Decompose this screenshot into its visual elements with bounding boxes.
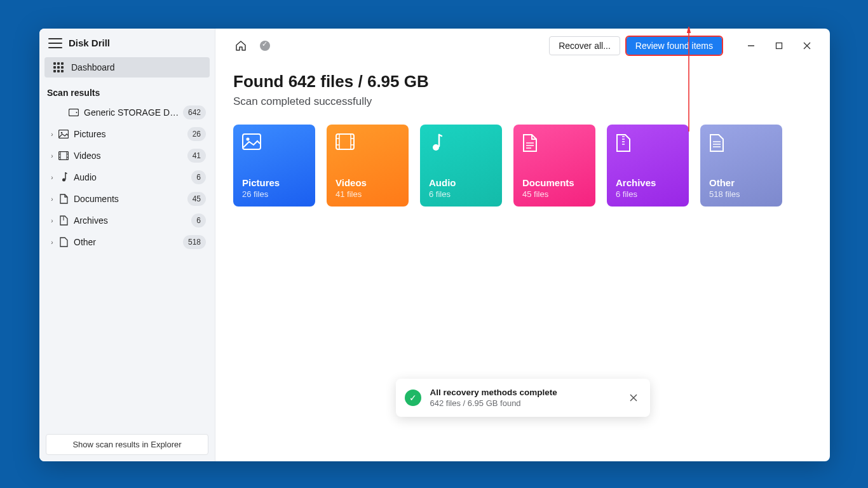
sidebar-item-device[interactable]: › Generic STORAGE DEVIC... 642: [44, 102, 210, 123]
card-other[interactable]: Other518 files: [700, 125, 782, 207]
minimize-button[interactable]: [737, 37, 765, 55]
audio-icon: [57, 172, 70, 182]
app-window: Disk Drill Dashboard Scan results › Gene…: [39, 29, 830, 461]
check-circle-icon: ✓: [405, 390, 421, 406]
count-badge: 518: [183, 235, 206, 249]
sidebar-item-videos[interactable]: › Videos 41: [44, 145, 210, 166]
count-badge: 6: [191, 170, 206, 184]
card-sub: 518 files: [709, 189, 773, 199]
nav-block: Dashboard: [39, 55, 215, 80]
sidebar-item-label: Audio: [70, 172, 191, 182]
card-sub: 41 files: [336, 189, 400, 199]
svg-point-3: [61, 132, 63, 134]
count-badge: 26: [187, 127, 206, 141]
maximize-button[interactable]: [765, 37, 793, 55]
device-count-badge: 642: [183, 105, 206, 119]
chevron-right-icon: ›: [47, 152, 57, 159]
subline: Scan completed successfully: [233, 95, 812, 108]
card-title: Other: [709, 177, 773, 188]
home-icon[interactable]: [232, 37, 250, 55]
chevron-right-icon: ›: [47, 239, 57, 246]
sidebar-item-other[interactable]: › Other 518: [44, 231, 210, 253]
card-title: Documents: [522, 177, 587, 188]
review-found-items-button[interactable]: Review found items: [627, 37, 722, 55]
picture-icon: [57, 130, 70, 139]
close-button[interactable]: [793, 37, 821, 55]
archive-icon: [57, 215, 70, 226]
file-icon: [57, 237, 70, 247]
chevron-right-icon: ›: [47, 217, 57, 224]
shield-check-icon[interactable]: [256, 37, 274, 55]
app-title: Disk Drill: [69, 37, 110, 48]
toast-sub: 642 files / 6.95 GB found: [430, 398, 617, 408]
close-icon[interactable]: [626, 390, 641, 405]
svg-point-1: [76, 112, 78, 113]
count-badge: 45: [187, 192, 206, 206]
card-title: Pictures: [242, 177, 306, 188]
content: Found 642 files / 6.95 GB Scan completed…: [215, 60, 830, 207]
sidebar-item-dashboard[interactable]: Dashboard: [44, 57, 210, 78]
archive-icon: [616, 133, 680, 154]
completion-toast: ✓ All recovery methods complete 642 file…: [396, 379, 650, 417]
drive-icon: [67, 109, 80, 116]
card-videos[interactable]: Videos41 files: [327, 125, 409, 207]
result-cards: Pictures26 files Videos41 files Audio6 f…: [233, 125, 812, 207]
card-sub: 6 files: [616, 189, 680, 199]
sidebar-footer: Show scan results in Explorer: [39, 428, 215, 461]
chevron-right-icon: ›: [47, 131, 57, 138]
chevron-right-icon: ›: [47, 174, 57, 181]
card-sub: 6 files: [429, 189, 493, 199]
video-icon: [336, 133, 400, 154]
sidebar-item-label: Documents: [70, 194, 187, 204]
audio-icon: [429, 133, 493, 154]
sidebar-item-label: Videos: [70, 151, 187, 161]
card-title: Audio: [429, 177, 493, 188]
toast-title: All recovery methods complete: [430, 388, 617, 397]
sidebar-tree: › Generic STORAGE DEVIC... 642 › Picture…: [39, 102, 215, 253]
video-icon: [57, 151, 70, 160]
sidebar-item-label: Pictures: [70, 129, 187, 139]
sidebar-header: Disk Drill: [39, 29, 215, 55]
device-label: Generic STORAGE DEVIC...: [80, 107, 183, 118]
card-sub: 45 files: [522, 189, 587, 199]
svg-point-11: [433, 144, 439, 151]
card-title: Videos: [336, 177, 400, 188]
dashboard-label: Dashboard: [71, 62, 115, 72]
sidebar-section-scan-results: Scan results: [39, 80, 215, 102]
sidebar: Disk Drill Dashboard Scan results › Gene…: [39, 29, 215, 461]
svg-point-5: [62, 179, 65, 182]
svg-rect-10: [336, 134, 354, 149]
sidebar-item-pictures[interactable]: › Pictures 26: [44, 123, 210, 145]
card-documents[interactable]: Documents45 files: [513, 125, 595, 207]
toast-text: All recovery methods complete 642 files …: [430, 388, 617, 408]
count-badge: 6: [191, 214, 206, 227]
main-area: Recover all... Review found items Found …: [215, 29, 830, 461]
dashboard-icon: [53, 62, 64, 72]
sidebar-item-label: Archives: [70, 215, 191, 226]
sidebar-item-audio[interactable]: › Audio 6: [44, 166, 210, 188]
svg-point-9: [247, 138, 250, 141]
sidebar-item-documents[interactable]: › Documents 45: [44, 188, 210, 210]
count-badge: 41: [187, 149, 206, 163]
picture-icon: [242, 133, 306, 154]
card-archives[interactable]: Archives6 files: [607, 125, 689, 207]
headline: Found 642 files / 6.95 GB: [233, 72, 812, 92]
recover-all-button[interactable]: Recover all...: [549, 36, 620, 55]
file-icon: [709, 133, 773, 154]
window-controls: [737, 37, 821, 55]
card-sub: 26 files: [242, 189, 306, 199]
document-icon: [57, 194, 70, 204]
card-title: Archives: [616, 177, 680, 188]
sidebar-item-archives[interactable]: › Archives 6: [44, 210, 210, 231]
show-in-explorer-button[interactable]: Show scan results in Explorer: [46, 434, 208, 455]
topbar: Recover all... Review found items: [215, 29, 830, 60]
card-pictures[interactable]: Pictures26 files: [233, 125, 315, 207]
hamburger-icon[interactable]: [48, 38, 62, 48]
svg-rect-7: [776, 43, 782, 49]
document-icon: [522, 133, 587, 154]
card-audio[interactable]: Audio6 files: [420, 125, 502, 207]
sidebar-item-label: Other: [70, 237, 183, 247]
chevron-right-icon: ›: [47, 196, 57, 203]
